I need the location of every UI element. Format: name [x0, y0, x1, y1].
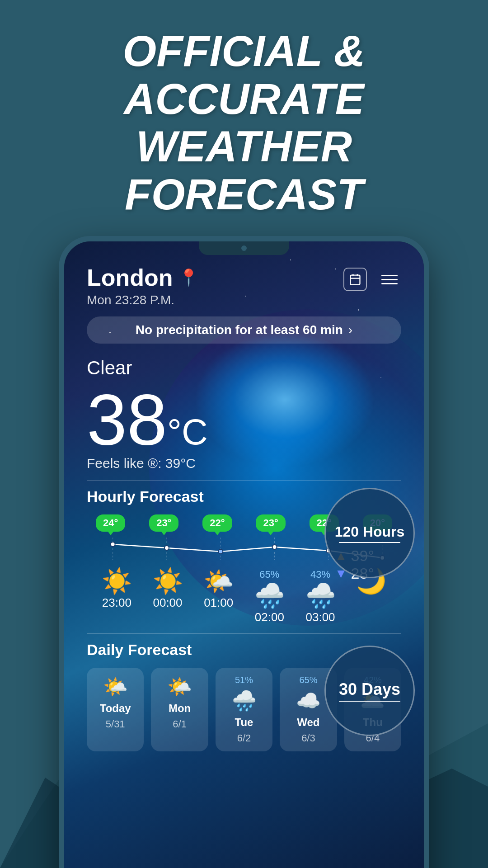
daily-rain-tue: 51%: [235, 675, 253, 685]
hourly-col-4: 23°: [256, 514, 285, 532]
phone-screen: London 📍 Mon 23:28 P.M.: [64, 241, 424, 868]
screen-content: London 📍 Mon 23:28 P.M.: [64, 241, 424, 868]
hamburger-line: [381, 279, 398, 280]
daily-icon-mon: 🌤️: [167, 675, 192, 698]
daily-card-tue: 51% 🌧️ Tue 6/2: [216, 668, 272, 751]
hourly-time-1: 23:00: [102, 596, 131, 610]
hourly-item-1: ☀️ 23:00: [91, 569, 142, 624]
daily-card-mon: 🌤️ Mon 6/1: [151, 668, 208, 751]
hourly-item-3: 🌤️ 01:00: [193, 569, 244, 624]
phone-notch: [199, 241, 289, 255]
daily-day-wed: Wed: [297, 716, 319, 729]
svg-point-12: [111, 542, 115, 547]
page-header: OFFICIAL & ACCURATE WEATHER FORECAST: [0, 0, 488, 236]
daily-day-tue: Tue: [235, 716, 253, 729]
daily-date-tue: 6/2: [237, 732, 251, 744]
hourly-item-5: 43% 🌧️ 03:00: [295, 569, 346, 624]
daily-date-today: 5/31: [106, 718, 125, 730]
daily-date-mon: 6/1: [173, 718, 187, 730]
daily-icon-wed: ☁️: [296, 689, 321, 712]
temp-bubble-2: 23°: [149, 514, 178, 532]
hamburger-line: [381, 275, 398, 276]
header-title: OFFICIAL & ACCURATE WEATHER FORECAST: [18, 27, 470, 218]
calendar-icon[interactable]: [343, 268, 367, 291]
feels-like: Feels like ®: 39°C: [87, 456, 401, 471]
location-time: Mon 23:28 P.M.: [87, 293, 199, 307]
divider-2: [87, 633, 401, 634]
location-info: London 📍 Mon 23:28 P.M.: [87, 264, 199, 307]
weather-temperature: 38°C: [87, 383, 208, 456]
top-icons: [343, 268, 401, 291]
hourly-icon-1: ☀️: [102, 569, 132, 593]
days-badge-text: 30 Days: [339, 680, 400, 699]
divider-1: [87, 480, 401, 481]
hourly-col-3: 22°: [202, 514, 232, 532]
hourly-item-2: ☀️ 00:00: [142, 569, 193, 624]
location-name: London 📍: [87, 264, 199, 291]
hourly-icon-2: ☀️: [153, 569, 183, 593]
weather-main: Clear 38°C ▲ 39° ▼ 28° Feels l: [87, 357, 401, 471]
hourly-icons-row: ☀️ 23:00 ☀️ 00:00 🌤️ 01:00 6: [87, 569, 401, 624]
daily-card-today: 🌤️ Today 5/31: [87, 668, 144, 751]
svg-point-15: [272, 545, 277, 549]
chevron-right-icon: ›: [348, 323, 352, 337]
hourly-time-2: 00:00: [153, 596, 182, 610]
menu-icon[interactable]: [378, 268, 401, 291]
hourly-time-5: 03:00: [305, 610, 335, 624]
top-bar: London 📍 Mon 23:28 P.M.: [87, 264, 401, 307]
precipitation-bar[interactable]: No precipitation for at least 60 min ›: [87, 316, 401, 344]
hourly-rain-4: 65%: [259, 569, 279, 580]
hourly-icon-4: 🌧️: [254, 583, 285, 608]
hourly-col-1: 24°: [96, 514, 125, 532]
temp-bubble-1: 24°: [96, 514, 125, 532]
phone-frame: London 📍 Mon 23:28 P.M.: [59, 236, 429, 868]
hourly-time-3: 01:00: [204, 596, 233, 610]
hours-underline: [339, 542, 400, 543]
svg-rect-2: [351, 275, 360, 285]
hourly-col-2: 23°: [149, 514, 178, 532]
daily-icon-tue: 🌧️: [232, 689, 257, 712]
hourly-item-4: 65% 🌧️ 02:00: [244, 569, 295, 624]
location-pin-icon: 📍: [178, 268, 199, 287]
temp-bubble-3: 22°: [202, 514, 232, 532]
hamburger-line: [381, 283, 398, 284]
daily-day-today: Today: [100, 702, 131, 715]
daily-section: Daily Forecast 🌤️ Today 5/31 🌤️ Mon 6/1: [87, 641, 401, 751]
svg-point-13: [164, 546, 169, 550]
days-underline: [339, 701, 400, 702]
daily-date-wed: 6/3: [301, 732, 315, 744]
hourly-icon-3: 🌤️: [203, 569, 234, 593]
temp-bubble-4: 23°: [256, 514, 285, 532]
hourly-rain-5: 43%: [310, 569, 330, 580]
svg-point-14: [218, 549, 223, 554]
hourly-section: Hourly Forecast 24° 23° 22°: [87, 488, 401, 624]
hours-badge-text: 120 Hours: [335, 524, 405, 540]
hourly-time-4: 02:00: [255, 610, 284, 624]
daily-day-mon: Mon: [169, 702, 191, 715]
hours-badge[interactable]: 120 Hours: [324, 488, 415, 578]
daily-rain-wed: 65%: [299, 675, 317, 685]
hourly-icon-5: 🌧️: [305, 583, 336, 608]
days-badge[interactable]: 30 Days: [324, 646, 415, 736]
precipitation-text: No precipitation for at least 60 min: [136, 323, 343, 337]
weather-condition: Clear: [87, 357, 401, 379]
daily-icon-today: 🌤️: [103, 675, 128, 698]
